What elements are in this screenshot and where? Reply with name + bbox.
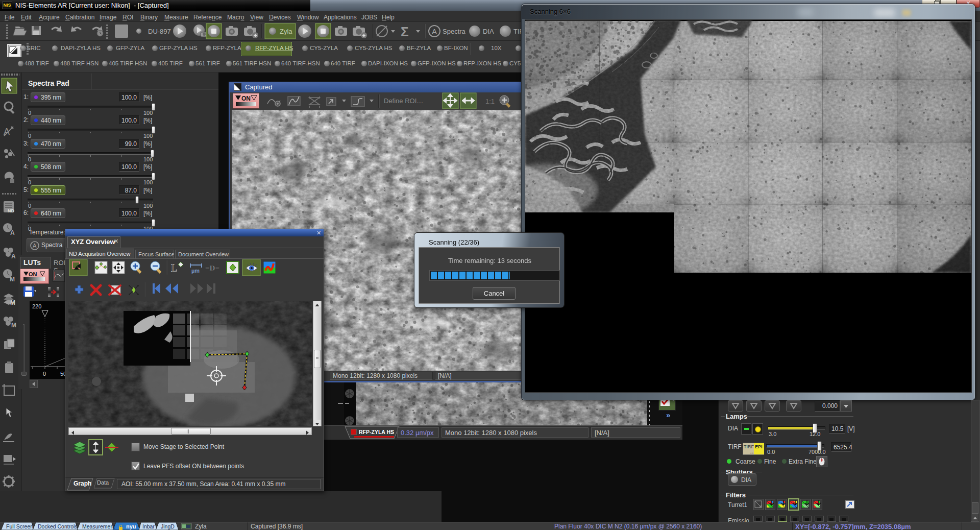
svg-text:1:1: 1:1 bbox=[485, 98, 495, 105]
svg-text:ND: ND bbox=[8, 208, 14, 213]
svg-text:DIA: DIA bbox=[483, 28, 494, 35]
svg-text:Spectra: Spectra bbox=[443, 28, 466, 35]
svg-text:M: M bbox=[10, 276, 15, 283]
svg-text:A: A bbox=[11, 253, 16, 260]
svg-text:Σ: Σ bbox=[401, 24, 409, 39]
svg-text:A: A bbox=[10, 229, 15, 236]
svg-text:µm: µm bbox=[191, 268, 200, 274]
svg-text:ON: ON bbox=[29, 271, 37, 277]
svg-text:Zyla: Zyla bbox=[280, 28, 292, 35]
svg-text:A: A bbox=[432, 27, 437, 36]
svg-text:M: M bbox=[10, 299, 15, 306]
svg-text:A: A bbox=[33, 243, 37, 249]
svg-text:DU-897: DU-897 bbox=[148, 28, 171, 35]
svg-text:0: 0 bbox=[43, 371, 46, 377]
svg-text:ON: ON bbox=[241, 95, 251, 102]
svg-text:Define ROI…: Define ROI… bbox=[384, 97, 423, 105]
svg-text:=D=: =D= bbox=[205, 264, 219, 272]
svg-text:M: M bbox=[11, 322, 16, 329]
svg-text:220: 220 bbox=[32, 303, 41, 309]
svg-text:L: L bbox=[171, 262, 177, 274]
